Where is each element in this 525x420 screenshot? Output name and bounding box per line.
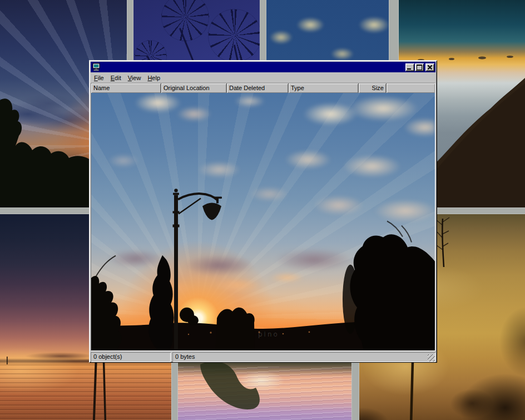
left-bush <box>91 276 121 350</box>
file-list-area: Name Original Location Date Deleted Type… <box>91 83 435 351</box>
right-bush <box>216 308 255 350</box>
window-titlebar[interactable] <box>91 62 435 72</box>
menu-bar: File Edit View Help <box>91 73 435 83</box>
status-size: 0 bytes <box>172 352 435 362</box>
flower-umbel <box>161 0 209 41</box>
close-icon[interactable] <box>425 63 434 71</box>
cypress-tree <box>148 255 174 350</box>
desktop: { "background": { "page_color": "#a9ada9… <box>0 0 525 420</box>
menu-view[interactable]: View <box>125 73 145 82</box>
status-object-count: 0 object(s) <box>91 352 171 362</box>
column-header-original-location[interactable]: Original Location <box>161 83 227 93</box>
menu-edit[interactable]: Edit <box>107 73 125 82</box>
computer-icon <box>92 63 101 71</box>
resize-grip[interactable] <box>428 354 435 362</box>
column-header-date-deleted[interactable]: Date Deleted <box>227 83 289 93</box>
status-bar: 0 object(s) 0 bytes <box>91 352 435 362</box>
column-header-type[interactable]: Type <box>289 83 359 93</box>
recycle-bin-window: File Edit View Help Name Original Locati… <box>89 60 437 363</box>
minimize-icon[interactable] <box>405 63 414 71</box>
flower-umbel <box>208 9 260 62</box>
menu-file[interactable]: File <box>91 73 107 82</box>
maximize-icon[interactable] <box>415 63 424 71</box>
photo-watermark: pino <box>258 330 279 338</box>
right-tree <box>350 234 435 350</box>
sunset-lamp-photo: pino <box>91 93 435 350</box>
menu-help[interactable]: Help <box>144 73 164 82</box>
column-header-name[interactable]: Name <box>91 83 161 93</box>
column-header-row: Name Original Location Date Deleted Type… <box>91 83 435 93</box>
column-header-filler <box>387 83 435 93</box>
photo-silhouettes: pino <box>91 93 435 350</box>
column-header-size[interactable]: Size <box>359 83 387 93</box>
